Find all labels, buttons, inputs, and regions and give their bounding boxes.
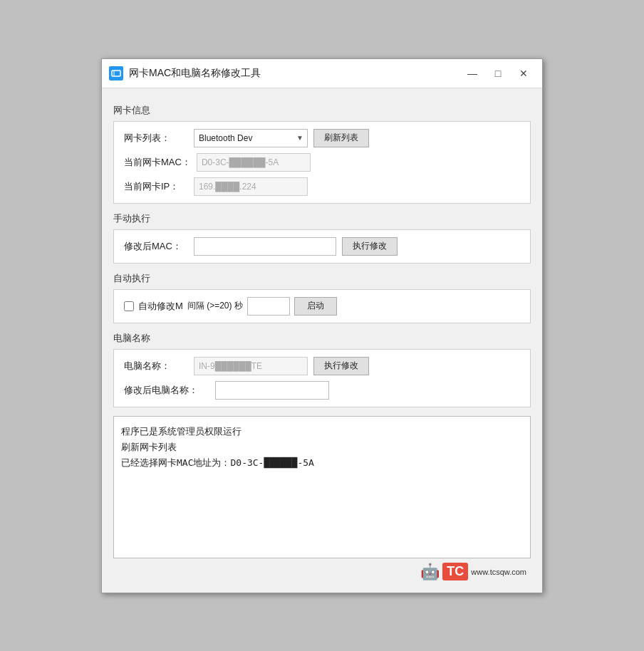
watermark: 🤖 TC www.tcsqw.com: [113, 558, 531, 584]
refresh-button[interactable]: 刷新列表: [313, 129, 369, 147]
interval-input[interactable]: [247, 297, 290, 316]
manual-execute-button[interactable]: 执行修改: [342, 237, 398, 256]
nic-dropdown-wrapper: Bluetooth Dev ▼: [194, 129, 308, 147]
nic-list-row: 网卡列表： Bluetooth Dev ▼ 刷新列表: [124, 129, 520, 147]
auto-section-box: 自动修改M 间隔 (>=20) 秒 启动: [113, 289, 531, 323]
window-title: 网卡MAC和电脑名称修改工具: [129, 67, 461, 80]
current-name-value: IN-9██████TE: [194, 357, 308, 375]
current-name-label: 电脑名称：: [124, 360, 188, 373]
current-ip-row: 当前网卡IP： 169.████.224: [124, 177, 520, 196]
nic-list-label: 网卡列表：: [124, 132, 188, 145]
nic-section-box: 网卡列表： Bluetooth Dev ▼ 刷新列表 当前网卡MAC： D0-3…: [113, 121, 531, 204]
svg-rect-0: [112, 71, 120, 76]
computer-execute-button[interactable]: 执行修改: [313, 357, 369, 375]
current-mac-row: 当前网卡MAC： D0-3C-██████-5A: [124, 153, 520, 172]
robot-icon: 🤖: [420, 563, 440, 581]
current-ip-label: 当前网卡IP：: [124, 180, 188, 193]
nic-list-select[interactable]: Bluetooth Dev: [194, 129, 308, 147]
new-name-input[interactable]: [215, 381, 329, 400]
new-mac-row: 修改后MAC： 执行修改: [124, 237, 520, 256]
auto-row: 自动修改M 间隔 (>=20) 秒 启动: [124, 297, 520, 316]
current-mac-value: D0-3C-██████-5A: [197, 153, 311, 172]
log-line-1: 程序已是系统管理员权限运行: [121, 424, 523, 439]
manual-section-box: 修改后MAC： 执行修改: [113, 229, 531, 264]
manual-section-title: 手动执行: [113, 212, 531, 225]
auto-section-title: 自动执行: [113, 272, 531, 285]
tc-badge: TC: [442, 563, 468, 580]
log-box: 程序已是系统管理员权限运行 刷新网卡列表 已经选择网卡MAC地址为：D0-3C-…: [113, 416, 531, 558]
current-name-row: 电脑名称： IN-9██████TE 执行修改: [124, 357, 520, 375]
watermark-url: www.tcsqw.com: [471, 568, 526, 576]
interval-label: 间隔 (>=20) 秒: [187, 300, 243, 312]
current-ip-value: 169.████.224: [194, 177, 308, 196]
log-line-2: 刷新网卡列表: [121, 439, 523, 455]
new-name-row: 修改后电脑名称：: [124, 381, 520, 400]
app-icon: [109, 66, 123, 80]
current-mac-label: 当前网卡MAC：: [124, 156, 191, 169]
main-window: 网卡MAC和电脑名称修改工具 — □ ✕ 网卡信息 网卡列表： Bluetoot…: [101, 58, 543, 593]
title-bar: 网卡MAC和电脑名称修改工具 — □ ✕: [102, 59, 542, 88]
content-area: 网卡信息 网卡列表： Bluetooth Dev ▼ 刷新列表 当前网卡MAC：…: [102, 88, 542, 593]
auto-label: 自动修改M: [138, 300, 183, 313]
computer-section-title: 电脑名称: [113, 332, 531, 345]
log-line-3: 已经选择网卡MAC地址为：D0-3C-██████-5A: [121, 455, 523, 471]
watermark-inner: 🤖 TC www.tcsqw.com: [420, 563, 526, 581]
close-button[interactable]: ✕: [512, 65, 535, 82]
auto-checkbox[interactable]: [124, 301, 134, 311]
new-mac-input[interactable]: [194, 237, 336, 256]
nic-section-title: 网卡信息: [113, 104, 531, 117]
minimize-button[interactable]: —: [461, 65, 484, 82]
start-button[interactable]: 启动: [294, 297, 337, 316]
maximize-button[interactable]: □: [487, 65, 509, 82]
new-name-label: 修改后电脑名称：: [124, 384, 209, 397]
window-controls: — □ ✕: [461, 65, 535, 82]
computer-section-box: 电脑名称： IN-9██████TE 执行修改 修改后电脑名称：: [113, 349, 531, 407]
new-mac-label: 修改后MAC：: [124, 240, 188, 253]
